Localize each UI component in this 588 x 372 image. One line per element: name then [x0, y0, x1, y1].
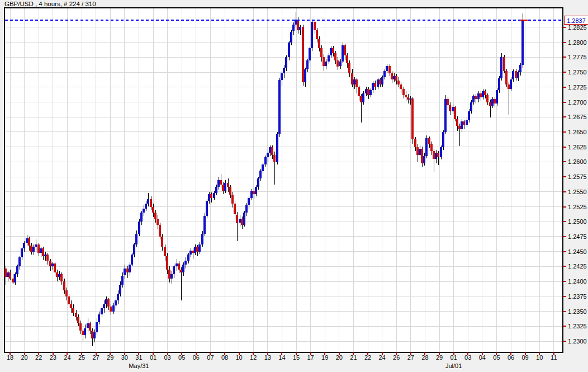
candle	[330, 48, 332, 55]
candle	[311, 22, 313, 48]
candle	[65, 290, 68, 296]
candle	[278, 80, 281, 134]
candle	[435, 153, 437, 159]
candle	[510, 79, 512, 89]
candle	[54, 263, 56, 272]
candle	[472, 96, 475, 102]
candle	[16, 266, 18, 274]
candle	[494, 99, 496, 103]
candle	[222, 185, 224, 191]
candle	[281, 73, 283, 80]
candle	[173, 266, 175, 274]
candle	[87, 323, 89, 328]
y-tick-label: 1.2700	[568, 99, 587, 106]
x-tick-label: 18	[7, 354, 13, 361]
candle	[224, 183, 226, 191]
candle	[318, 39, 320, 48]
candle	[164, 247, 166, 256]
candle	[423, 156, 425, 163]
candle	[150, 199, 152, 207]
plot-area[interactable]	[4, 8, 563, 352]
candle	[4, 269, 7, 277]
candle	[60, 274, 63, 281]
candle	[159, 225, 161, 237]
candle	[96, 322, 98, 332]
x-tick-label: 22	[35, 354, 42, 361]
x-tick-label: 03	[164, 354, 170, 361]
candle	[358, 87, 360, 96]
candle	[231, 195, 234, 204]
candle	[14, 274, 16, 282]
candle	[241, 219, 243, 225]
x-tick-label: 29	[107, 354, 113, 361]
candle	[316, 30, 318, 39]
candle	[461, 121, 463, 129]
candle	[416, 147, 419, 155]
candle	[314, 22, 316, 30]
candle	[367, 89, 369, 95]
candle	[253, 191, 255, 194]
candle	[323, 57, 325, 66]
candle	[161, 237, 163, 247]
x-tick-label: 06	[508, 354, 514, 361]
candle	[196, 247, 198, 252]
x-tick-label: 12	[250, 354, 257, 361]
current-price-label: 1.2837	[564, 16, 588, 24]
candle	[299, 27, 301, 30]
candlestick-chart[interactable]: 1.28251.28001.27751.27501.27251.27001.26…	[0, 0, 588, 372]
candle	[267, 153, 269, 157]
candle	[68, 296, 70, 304]
candle	[7, 272, 9, 277]
candle	[264, 157, 267, 164]
candle	[470, 102, 472, 111]
candle	[449, 105, 451, 111]
x-tick-label: 07	[207, 354, 214, 361]
candle	[182, 265, 184, 272]
candle	[505, 71, 508, 84]
candle	[409, 98, 411, 100]
candle	[355, 79, 358, 87]
candle	[131, 255, 133, 265]
candle	[302, 27, 304, 82]
candle	[288, 43, 290, 58]
candle	[51, 263, 54, 266]
month-label: May/31	[129, 362, 149, 369]
candle	[93, 332, 96, 338]
x-tick-label: 28	[421, 354, 428, 361]
candle	[521, 20, 524, 65]
candle	[273, 155, 276, 162]
candle	[508, 84, 510, 90]
x-tick-label: 20	[336, 354, 343, 361]
candle	[35, 244, 37, 247]
x-tick-label: 15	[293, 354, 300, 361]
candle	[166, 256, 168, 270]
candle	[369, 90, 372, 95]
candle	[297, 20, 299, 30]
candle	[250, 191, 253, 198]
candle	[215, 187, 217, 193]
candle	[70, 304, 72, 309]
candle	[484, 91, 486, 95]
candle	[133, 244, 135, 255]
candle	[56, 272, 58, 277]
candle	[339, 62, 342, 67]
x-tick-label: 29	[436, 354, 443, 361]
candle	[129, 265, 131, 272]
candle	[477, 93, 480, 100]
candle	[262, 164, 264, 171]
candle	[397, 81, 400, 84]
candle	[42, 248, 44, 256]
candle	[201, 234, 203, 244]
candle	[489, 102, 491, 106]
x-tick-label: 21	[350, 354, 357, 361]
x-tick-label: 31	[135, 354, 142, 361]
candle	[500, 57, 502, 78]
candle	[198, 244, 201, 252]
x-tick-label: 10	[235, 354, 242, 361]
candle	[138, 222, 140, 233]
y-tick-label: 1.2550	[568, 189, 587, 195]
candle	[414, 139, 416, 147]
candle	[517, 72, 519, 78]
candle	[276, 134, 278, 162]
candle	[217, 180, 220, 187]
